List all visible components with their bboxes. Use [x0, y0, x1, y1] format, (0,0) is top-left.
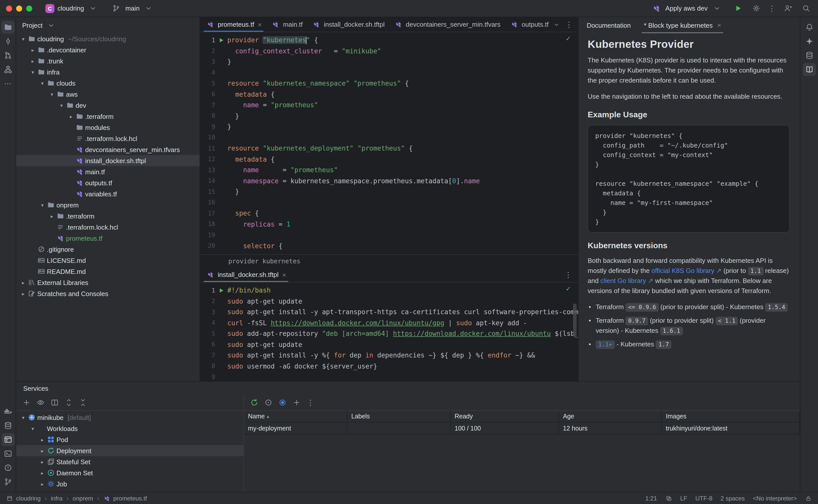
project-tree-item-main-tf[interactable]: main.tf — [16, 166, 199, 177]
chevron-down-icon[interactable]: ▾ — [19, 415, 27, 420]
close-icon[interactable]: × — [282, 271, 286, 278]
code-line[interactable]: 4curl -fsSL https://download.docker.com/… — [200, 317, 578, 328]
tab-options-icon[interactable]: ⋮ — [564, 271, 572, 278]
chevron-down-icon[interactable]: ▾ — [38, 80, 46, 86]
sticky-context-breadcrumb[interactable]: provider kubernetes — [200, 254, 578, 267]
services-tree-item-pod[interactable]: ▸Pod — [16, 434, 244, 445]
code-line[interactable]: 5sudo add-apt-repository "deb [arch=amd6… — [200, 328, 578, 339]
column-header-labels[interactable]: Labels — [347, 411, 451, 422]
services-tree-item-job[interactable]: ▸Job — [16, 478, 244, 489]
project-tree-item-terraform[interactable]: ▸.terraform — [16, 210, 199, 222]
interpreter-widget[interactable]: <No interpreter> — [753, 495, 797, 502]
encoding-widget[interactable]: UTF-8 — [695, 495, 712, 502]
code-line[interactable]: 17 spec { — [200, 208, 578, 219]
project-tree-item-gitignore[interactable]: .gitignore — [16, 244, 199, 255]
project-tree-item-outputs-tf[interactable]: outputs.tf — [16, 177, 199, 188]
chevron-down-icon[interactable]: ▾ — [19, 36, 27, 42]
project-tree-item-terraform-lock-hcl[interactable]: .terraform.lock.hcl — [16, 222, 199, 233]
code-line[interactable]: 7 name = "prometheus" — [200, 100, 578, 111]
code-line[interactable]: 2 config_context_cluster = "minikube" — [200, 46, 578, 56]
code-line[interactable]: 9 — [200, 372, 578, 381]
code-line[interactable]: 1provider "kubernetes" { — [200, 35, 578, 46]
project-tree-item-external-libraries[interactable]: ▸External Libraries — [16, 277, 199, 288]
chevron-down-icon[interactable]: ▾ — [29, 426, 37, 431]
column-header-name[interactable]: Name▴ — [244, 411, 347, 422]
project-tree-item-terraform-lock-hcl[interactable]: .terraform.lock.hcl — [16, 133, 199, 144]
close-window-button[interactable] — [6, 5, 12, 11]
chevron-right-icon[interactable]: ▸ — [38, 481, 46, 487]
project-tree-item-trunk[interactable]: ▸.trunk — [16, 55, 199, 66]
code-line[interactable]: 20 selector { — [200, 240, 578, 251]
editor-tab-install-docker-sh-tftpl[interactable]: install_docker.sh.tftpl — [307, 17, 389, 32]
code-line[interactable]: 2sudo apt-get update — [200, 296, 578, 307]
chevron-right-icon[interactable]: ▸ — [48, 213, 56, 219]
chevron-right-icon[interactable]: ▸ — [29, 58, 37, 64]
editor-install-docker-sh-tftpl[interactable]: 1#!/bin/bash2sudo apt-get update3sudo ap… — [200, 282, 578, 381]
project-tree-item-modules[interactable]: modules — [16, 122, 199, 133]
watch-button[interactable] — [276, 397, 288, 409]
project-tree-item-devcontainer[interactable]: ▸.devcontainer — [16, 44, 199, 55]
docs-tab-block-type-kubernetes[interactable]: * Block type kubernetes × — [642, 17, 724, 33]
project-tree-item-cloudring[interactable]: ▾cloudring~/Sources/cloudring — [16, 33, 199, 44]
column-header-images[interactable]: Images — [662, 411, 800, 422]
code-line[interactable]: 13 name = "prometheus" — [200, 165, 578, 175]
editor-tab-devcontainers-server-min-tfvars[interactable]: devcontainers_server_min.tfvars — [389, 17, 505, 32]
project-tree-item-dev[interactable]: ▾dev — [16, 100, 199, 111]
services-tree-item-minikube[interactable]: ▾minikube[default] — [16, 412, 244, 423]
project-tree-item-license-md[interactable]: LICENSE.md — [16, 255, 199, 266]
project-tree-item-install-docker-sh-tftpl[interactable]: install_docker.sh.tftpl — [16, 155, 199, 166]
zoom-window-button[interactable] — [26, 5, 32, 11]
column-header-age[interactable]: Age — [559, 411, 662, 422]
services-tree-item-daemon-set[interactable]: ▸Daemon Set — [16, 467, 244, 478]
services-tree-item-deployment[interactable]: ▸Deployment — [16, 445, 244, 456]
notifications-icon[interactable] — [803, 21, 816, 34]
chevron-right-icon[interactable]: ▸ — [67, 114, 75, 119]
project-widget[interactable]: C cloudring — [42, 1, 102, 16]
problems-icon[interactable] — [1, 461, 14, 474]
minimize-window-button[interactable] — [16, 5, 22, 11]
project-tree-item-aws[interactable]: ▾aws — [16, 89, 199, 100]
code-line[interactable]: 14 namespace = kubernetes_namespace.prom… — [200, 175, 578, 186]
chevron-right-icon[interactable]: ▸ — [19, 291, 27, 296]
inspections-ok-icon[interactable]: ✓ — [565, 285, 571, 293]
code-line[interactable]: 10 — [200, 132, 578, 143]
project-tree-item-terraform[interactable]: ▸.terraform — [16, 111, 199, 122]
code-line[interactable]: 6sudo apt-get update — [200, 339, 578, 350]
project-tree-item-clouds[interactable]: ▾clouds — [16, 78, 199, 89]
chevron-down-icon[interactable]: ▾ — [38, 202, 46, 208]
chevron-right-icon[interactable]: ▸ — [38, 437, 46, 442]
indent-widget[interactable]: 2 spaces — [721, 495, 745, 502]
more-options-button[interactable]: ⋮ — [305, 397, 317, 409]
run-configuration-selector[interactable]: Apply aws dev — [647, 1, 726, 16]
breadcrumb-item[interactable]: infra — [51, 495, 62, 502]
caret-position[interactable]: 1:21 — [645, 495, 657, 502]
chevron-right-icon[interactable]: ▸ — [29, 47, 37, 53]
services-icon[interactable] — [1, 433, 14, 446]
services-tree-item-stateful-set[interactable]: ▸Stateful Set — [16, 456, 244, 467]
pull-requests-icon[interactable] — [1, 49, 14, 62]
code-with-me-icon[interactable] — [782, 2, 794, 14]
ai-assistant-icon[interactable] — [803, 35, 816, 48]
settings-gear-icon[interactable] — [750, 2, 762, 14]
project-tree-item-devcontainers-server-min-tfvars[interactable]: devcontainers_server_min.tfvars — [16, 144, 199, 155]
project-tree-item-readme-md[interactable]: README.md — [16, 266, 199, 277]
editor-tab-main-tf[interactable]: main.tf — [266, 17, 307, 32]
project-tree-item-prometeus-tf[interactable]: prometeus.tf — [16, 233, 199, 244]
inspections-ok-icon[interactable]: ✓ — [565, 35, 571, 42]
table-row[interactable]: my-deployment100 / 10012 hourstrukhinyur… — [244, 422, 800, 435]
chevron-down-icon[interactable]: ▾ — [29, 69, 37, 75]
services-panel-title[interactable]: Services — [16, 382, 800, 395]
collapse-all-button[interactable] — [77, 397, 89, 409]
code-line[interactable]: 18 replicas = 1 — [200, 219, 578, 230]
hidden-tabs-chevron-icon[interactable] — [553, 21, 559, 27]
structure-icon[interactable] — [1, 63, 14, 76]
code-line[interactable]: 16 — [200, 197, 578, 208]
breadcrumb-item[interactable]: cloudring — [16, 495, 41, 502]
doc-link[interactable]: client Go library ↗ — [600, 277, 654, 284]
code-line[interactable]: 11resource "kubernetes_deployment" "prom… — [200, 143, 578, 154]
add-service-button[interactable] — [20, 397, 32, 409]
database-icon[interactable] — [1, 419, 14, 432]
project-icon[interactable] — [1, 21, 14, 34]
database-icon[interactable] — [803, 49, 816, 62]
preview-button[interactable] — [34, 397, 46, 409]
